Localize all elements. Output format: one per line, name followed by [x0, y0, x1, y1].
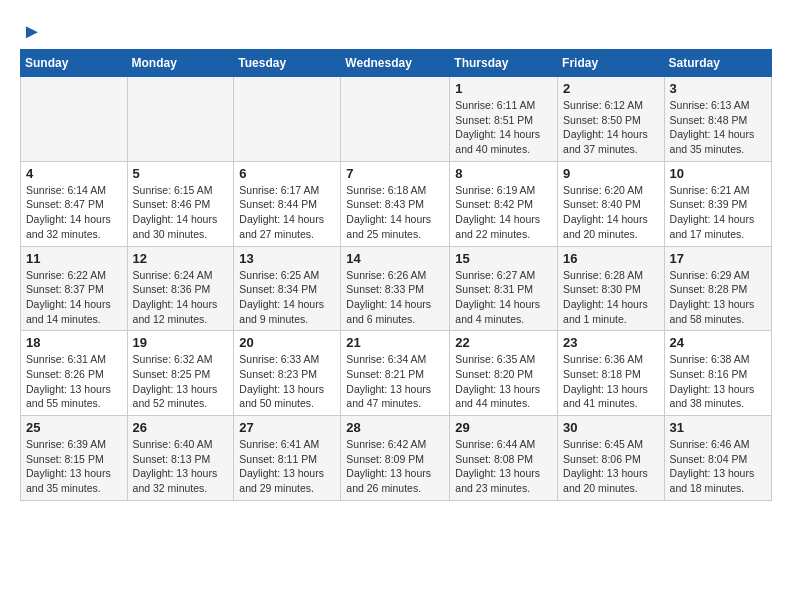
calendar-week-4: 18Sunrise: 6:31 AM Sunset: 8:26 PM Dayli…	[21, 331, 772, 416]
day-content: Sunrise: 6:41 AM Sunset: 8:11 PM Dayligh…	[239, 437, 335, 496]
day-number: 4	[26, 166, 122, 181]
day-number: 27	[239, 420, 335, 435]
calendar-cell: 22Sunrise: 6:35 AM Sunset: 8:20 PM Dayli…	[450, 331, 558, 416]
day-number: 28	[346, 420, 444, 435]
calendar-week-2: 4Sunrise: 6:14 AM Sunset: 8:47 PM Daylig…	[21, 161, 772, 246]
day-content: Sunrise: 6:32 AM Sunset: 8:25 PM Dayligh…	[133, 352, 229, 411]
header-cell-thursday: Thursday	[450, 50, 558, 77]
day-number: 20	[239, 335, 335, 350]
day-number: 1	[455, 81, 552, 96]
day-number: 21	[346, 335, 444, 350]
day-number: 19	[133, 335, 229, 350]
day-content: Sunrise: 6:12 AM Sunset: 8:50 PM Dayligh…	[563, 98, 659, 157]
day-number: 18	[26, 335, 122, 350]
logo: ►	[20, 20, 42, 39]
calendar-cell	[234, 77, 341, 162]
day-number: 11	[26, 251, 122, 266]
day-number: 6	[239, 166, 335, 181]
calendar-cell: 15Sunrise: 6:27 AM Sunset: 8:31 PM Dayli…	[450, 246, 558, 331]
calendar-cell: 20Sunrise: 6:33 AM Sunset: 8:23 PM Dayli…	[234, 331, 341, 416]
day-content: Sunrise: 6:11 AM Sunset: 8:51 PM Dayligh…	[455, 98, 552, 157]
day-content: Sunrise: 6:22 AM Sunset: 8:37 PM Dayligh…	[26, 268, 122, 327]
calendar-cell: 21Sunrise: 6:34 AM Sunset: 8:21 PM Dayli…	[341, 331, 450, 416]
day-number: 23	[563, 335, 659, 350]
day-number: 30	[563, 420, 659, 435]
day-number: 5	[133, 166, 229, 181]
header-cell-wednesday: Wednesday	[341, 50, 450, 77]
header: ►	[20, 20, 772, 39]
day-number: 15	[455, 251, 552, 266]
calendar-cell: 9Sunrise: 6:20 AM Sunset: 8:40 PM Daylig…	[558, 161, 665, 246]
calendar-cell: 2Sunrise: 6:12 AM Sunset: 8:50 PM Daylig…	[558, 77, 665, 162]
calendar-cell: 14Sunrise: 6:26 AM Sunset: 8:33 PM Dayli…	[341, 246, 450, 331]
day-content: Sunrise: 6:36 AM Sunset: 8:18 PM Dayligh…	[563, 352, 659, 411]
day-number: 14	[346, 251, 444, 266]
calendar-cell: 16Sunrise: 6:28 AM Sunset: 8:30 PM Dayli…	[558, 246, 665, 331]
day-content: Sunrise: 6:28 AM Sunset: 8:30 PM Dayligh…	[563, 268, 659, 327]
calendar-week-5: 25Sunrise: 6:39 AM Sunset: 8:15 PM Dayli…	[21, 416, 772, 501]
calendar-week-1: 1Sunrise: 6:11 AM Sunset: 8:51 PM Daylig…	[21, 77, 772, 162]
day-number: 9	[563, 166, 659, 181]
day-content: Sunrise: 6:42 AM Sunset: 8:09 PM Dayligh…	[346, 437, 444, 496]
day-content: Sunrise: 6:20 AM Sunset: 8:40 PM Dayligh…	[563, 183, 659, 242]
day-content: Sunrise: 6:19 AM Sunset: 8:42 PM Dayligh…	[455, 183, 552, 242]
day-number: 3	[670, 81, 766, 96]
day-content: Sunrise: 6:27 AM Sunset: 8:31 PM Dayligh…	[455, 268, 552, 327]
day-number: 22	[455, 335, 552, 350]
day-content: Sunrise: 6:35 AM Sunset: 8:20 PM Dayligh…	[455, 352, 552, 411]
header-cell-friday: Friday	[558, 50, 665, 77]
calendar-cell: 6Sunrise: 6:17 AM Sunset: 8:44 PM Daylig…	[234, 161, 341, 246]
day-number: 2	[563, 81, 659, 96]
day-number: 13	[239, 251, 335, 266]
day-number: 29	[455, 420, 552, 435]
day-number: 7	[346, 166, 444, 181]
day-content: Sunrise: 6:26 AM Sunset: 8:33 PM Dayligh…	[346, 268, 444, 327]
calendar-cell: 3Sunrise: 6:13 AM Sunset: 8:48 PM Daylig…	[664, 77, 771, 162]
calendar-cell: 4Sunrise: 6:14 AM Sunset: 8:47 PM Daylig…	[21, 161, 128, 246]
calendar-cell: 25Sunrise: 6:39 AM Sunset: 8:15 PM Dayli…	[21, 416, 128, 501]
header-cell-monday: Monday	[127, 50, 234, 77]
day-number: 10	[670, 166, 766, 181]
calendar-cell: 29Sunrise: 6:44 AM Sunset: 8:08 PM Dayli…	[450, 416, 558, 501]
calendar-cell: 27Sunrise: 6:41 AM Sunset: 8:11 PM Dayli…	[234, 416, 341, 501]
calendar-table: SundayMondayTuesdayWednesdayThursdayFrid…	[20, 49, 772, 501]
calendar-cell: 23Sunrise: 6:36 AM Sunset: 8:18 PM Dayli…	[558, 331, 665, 416]
day-content: Sunrise: 6:13 AM Sunset: 8:48 PM Dayligh…	[670, 98, 766, 157]
day-number: 16	[563, 251, 659, 266]
calendar-cell	[127, 77, 234, 162]
day-content: Sunrise: 6:14 AM Sunset: 8:47 PM Dayligh…	[26, 183, 122, 242]
calendar-cell: 11Sunrise: 6:22 AM Sunset: 8:37 PM Dayli…	[21, 246, 128, 331]
logo-bird-icon: ►	[22, 20, 42, 43]
calendar-cell: 24Sunrise: 6:38 AM Sunset: 8:16 PM Dayli…	[664, 331, 771, 416]
day-content: Sunrise: 6:25 AM Sunset: 8:34 PM Dayligh…	[239, 268, 335, 327]
day-content: Sunrise: 6:46 AM Sunset: 8:04 PM Dayligh…	[670, 437, 766, 496]
calendar-cell: 19Sunrise: 6:32 AM Sunset: 8:25 PM Dayli…	[127, 331, 234, 416]
header-cell-tuesday: Tuesday	[234, 50, 341, 77]
calendar-cell: 30Sunrise: 6:45 AM Sunset: 8:06 PM Dayli…	[558, 416, 665, 501]
day-content: Sunrise: 6:34 AM Sunset: 8:21 PM Dayligh…	[346, 352, 444, 411]
day-content: Sunrise: 6:40 AM Sunset: 8:13 PM Dayligh…	[133, 437, 229, 496]
day-number: 25	[26, 420, 122, 435]
header-cell-saturday: Saturday	[664, 50, 771, 77]
day-content: Sunrise: 6:45 AM Sunset: 8:06 PM Dayligh…	[563, 437, 659, 496]
calendar-cell: 12Sunrise: 6:24 AM Sunset: 8:36 PM Dayli…	[127, 246, 234, 331]
day-content: Sunrise: 6:33 AM Sunset: 8:23 PM Dayligh…	[239, 352, 335, 411]
day-content: Sunrise: 6:24 AM Sunset: 8:36 PM Dayligh…	[133, 268, 229, 327]
calendar-cell: 1Sunrise: 6:11 AM Sunset: 8:51 PM Daylig…	[450, 77, 558, 162]
day-content: Sunrise: 6:17 AM Sunset: 8:44 PM Dayligh…	[239, 183, 335, 242]
calendar-cell: 10Sunrise: 6:21 AM Sunset: 8:39 PM Dayli…	[664, 161, 771, 246]
calendar-body: 1Sunrise: 6:11 AM Sunset: 8:51 PM Daylig…	[21, 77, 772, 501]
day-content: Sunrise: 6:39 AM Sunset: 8:15 PM Dayligh…	[26, 437, 122, 496]
header-cell-sunday: Sunday	[21, 50, 128, 77]
calendar-cell: 18Sunrise: 6:31 AM Sunset: 8:26 PM Dayli…	[21, 331, 128, 416]
day-content: Sunrise: 6:31 AM Sunset: 8:26 PM Dayligh…	[26, 352, 122, 411]
calendar-cell: 13Sunrise: 6:25 AM Sunset: 8:34 PM Dayli…	[234, 246, 341, 331]
day-number: 17	[670, 251, 766, 266]
day-number: 8	[455, 166, 552, 181]
calendar-cell: 8Sunrise: 6:19 AM Sunset: 8:42 PM Daylig…	[450, 161, 558, 246]
calendar-cell: 26Sunrise: 6:40 AM Sunset: 8:13 PM Dayli…	[127, 416, 234, 501]
day-content: Sunrise: 6:15 AM Sunset: 8:46 PM Dayligh…	[133, 183, 229, 242]
day-number: 12	[133, 251, 229, 266]
calendar-cell: 31Sunrise: 6:46 AM Sunset: 8:04 PM Dayli…	[664, 416, 771, 501]
calendar-cell: 7Sunrise: 6:18 AM Sunset: 8:43 PM Daylig…	[341, 161, 450, 246]
